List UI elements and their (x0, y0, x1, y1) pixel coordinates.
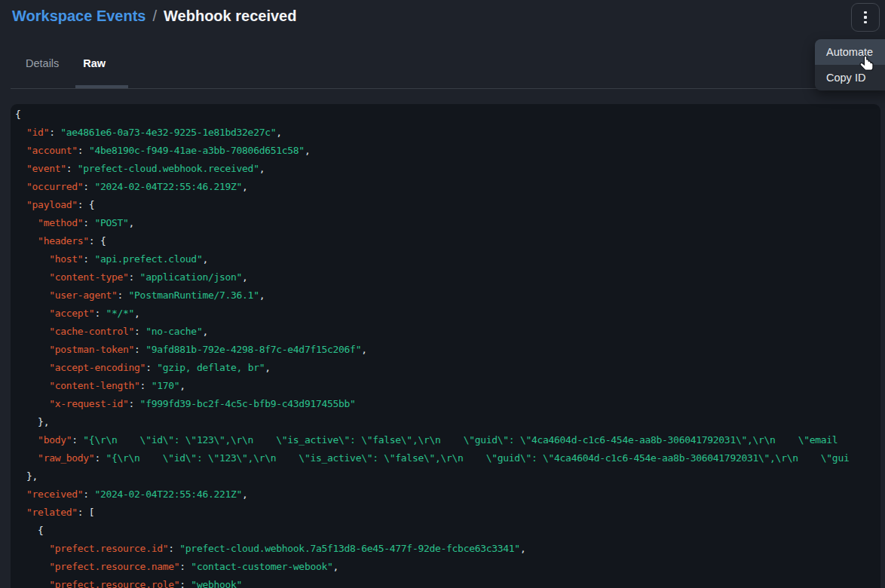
raw-event-json: { "id": "ae4861e6-0a73-4e32-9225-1e81bd3… (11, 104, 880, 588)
code-line: { (15, 522, 880, 540)
code-line: "prefect.resource.role": "webhook" (15, 576, 880, 588)
code-line: "postman-token": "9afd881b-792e-4298-8f7… (15, 341, 880, 359)
code-line: "host": "api.prefect.cloud", (15, 250, 880, 268)
kebab-menu-icon (864, 11, 867, 24)
code-line: "content-length": "170", (15, 377, 880, 395)
menu-item-automate[interactable]: Automate (815, 39, 885, 65)
code-line: "account": "4be8190c-f949-41ae-a3bb-7080… (15, 142, 880, 160)
code-line: "accept-encoding": "gzip, deflate, br", (15, 359, 880, 377)
code-line: "prefect.resource.id": "prefect-cloud.we… (15, 540, 880, 558)
code-line: "payload": { (15, 196, 880, 214)
code-line: }, (15, 467, 880, 485)
breadcrumb: Workspace Events / Webhook received (12, 8, 296, 25)
more-actions-button[interactable] (851, 3, 880, 32)
tab-bar: Details Raw (26, 57, 106, 77)
tab-raw[interactable]: Raw (83, 57, 106, 77)
code-line: "occurred": "2024-02-04T22:55:46.219Z", (15, 178, 880, 196)
code-line: "x-request-id": "f999fd39-bc2f-4c5c-bfb9… (15, 395, 880, 413)
code-line: "user-agent": "PostmanRuntime/7.36.1", (15, 286, 880, 305)
code-line: { (15, 106, 880, 124)
context-menu: Automate Copy ID (815, 39, 885, 90)
code-line: "raw_body": "{\r\n \"id\": \"123\",\r\n … (15, 449, 880, 467)
active-tab-indicator (75, 85, 128, 88)
code-line: "accept": "*/*", (15, 305, 880, 323)
code-line: "event": "prefect-cloud.webhook.received… (15, 160, 880, 178)
breadcrumb-workspace-events-link[interactable]: Workspace Events (12, 8, 146, 25)
code-line: "method": "POST", (15, 214, 880, 232)
tab-details[interactable]: Details (26, 57, 59, 77)
code-line: "headers": { (15, 232, 880, 250)
code-line: "prefect.resource.name": "contact-custom… (15, 558, 880, 576)
code-line: "id": "ae4861e6-0a73-4e32-9225-1e81bd32e… (15, 124, 880, 142)
breadcrumb-separator: / (153, 8, 158, 25)
menu-item-copy-id[interactable]: Copy ID (815, 65, 885, 90)
code-line: "related": [ (15, 504, 880, 522)
tab-divider (11, 88, 874, 89)
code-line: "body": "{\r\n \"id\": \"123\",\r\n \"is… (15, 431, 880, 449)
page-title: Webhook received (164, 8, 296, 25)
code-line: "cache-control": "no-cache", (15, 323, 880, 341)
code-line: "content-type": "application/json", (15, 268, 880, 286)
code-line: "received": "2024-02-04T22:55:46.221Z", (15, 485, 880, 504)
code-line: }, (15, 413, 880, 431)
